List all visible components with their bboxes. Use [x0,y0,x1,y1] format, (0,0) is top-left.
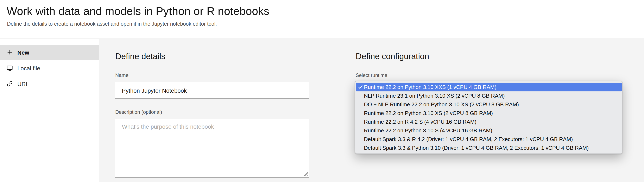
runtime-option-label: Runtime 22.2 on Python 3.10 S (4 vCPU 16… [364,127,492,134]
sidebar-item-url[interactable]: URL [0,76,99,92]
description-field-wrap [115,119,309,178]
runtime-option-label: Runtime 22.2 on R 4.2 S (4 vCPU 16 GB RA… [364,119,476,125]
runtime-option-7[interactable]: Default Spark 3.3 & R 4.2 (Driver: 1 vCP… [356,135,622,143]
runtime-option-label: Runtime 22.2 on Python 3.10 XXS (1 vCPU … [364,84,496,90]
runtime-option-label: Default Spark 3.3 & Python 3.10 (Driver:… [364,145,589,151]
page-title: Work with data and models in Python or R… [6,4,269,18]
page-subtitle: Define the details to create a notebook … [7,21,217,27]
name-input[interactable] [115,82,309,99]
monitor-icon [6,65,13,71]
runtime-option-label: DO + NLP Runtime 22.2 on Python 3.10 XS … [364,101,519,108]
sidebar-item-label: Local file [17,65,40,71]
define-details-heading: Define details [115,51,165,62]
runtime-option-5[interactable]: Runtime 22.2 on R 4.2 S (4 vCPU 16 GB RA… [356,117,622,126]
runtime-option-label: NLP Runtime 23.1 on Python 3.10 XS (2 vC… [364,93,505,99]
runtime-option-2[interactable]: NLP Runtime 23.1 on Python 3.10 XS (2 vC… [356,91,622,100]
runtime-dropdown-popup: Runtime 22.2 on Python 3.10 XXS (1 vCPU … [355,81,622,154]
runtime-option-3[interactable]: DO + NLP Runtime 22.2 on Python 3.10 XS … [356,100,622,109]
select-runtime-label: Select runtime [356,72,387,79]
runtime-option-4[interactable]: Runtime 22.2 on Python 3.10 XS (2 vCPU 8… [356,109,622,117]
name-label: Name [115,72,128,79]
checkmark-icon [358,85,362,89]
link-icon [6,81,13,87]
sidebar-item-local-file[interactable]: Local file [0,60,99,76]
sidebar-item-label: URL [17,80,29,87]
notebook-create-page: Work with data and models in Python or R… [0,0,644,182]
resize-grip-icon[interactable] [303,172,308,177]
sidebar-item-label: New [17,49,29,56]
runtime-option-6[interactable]: Runtime 22.2 on Python 3.10 S (4 vCPU 16… [356,126,622,135]
runtime-option-8[interactable]: Default Spark 3.3 & Python 3.10 (Driver:… [356,143,622,152]
plus-icon [6,49,13,55]
description-textarea[interactable] [115,119,309,178]
page-header: Work with data and models in Python or R… [0,0,644,39]
runtime-option-1[interactable]: Runtime 22.2 on Python 3.10 XXS (1 vCPU … [356,83,622,91]
runtime-option-label: Default Spark 3.3 & R 4.2 (Driver: 1 vCP… [364,136,573,142]
define-configuration-heading: Define configuration [356,51,429,62]
description-label: Description (optional) [115,109,162,115]
sidebar-item-new[interactable]: New [0,45,99,60]
source-sidebar: New Local file URL [0,39,99,182]
runtime-option-label: Runtime 22.2 on Python 3.10 XS (2 vCPU 8… [364,110,493,116]
